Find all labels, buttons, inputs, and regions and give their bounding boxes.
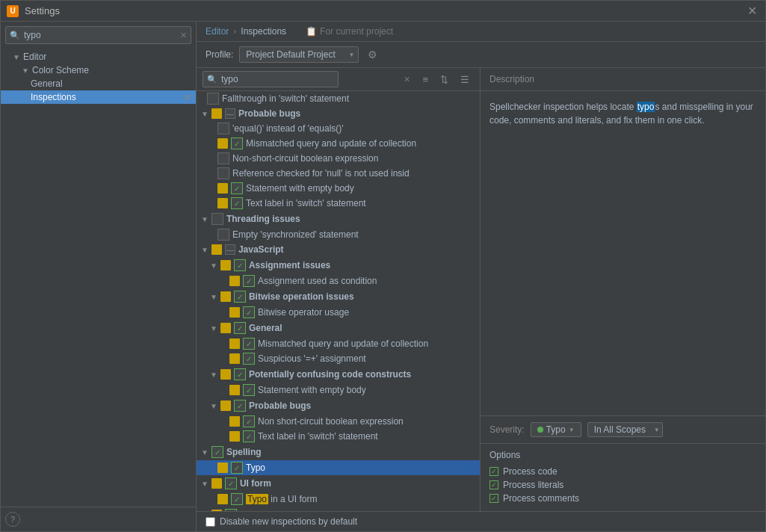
inspection-group-general-js[interactable]: ▼ ✓ General	[197, 320, 480, 336]
list-item[interactable]: ✓ Mismatched query and update of collect…	[197, 136, 480, 151]
sidebar-search-input[interactable]: typo	[5, 26, 191, 44]
inspection-group-bitwise[interactable]: ▼ ✓ Bitwise operation issues	[197, 288, 480, 305]
copy-icon: ⧉	[185, 93, 190, 102]
severity-badge[interactable]: Typo ▼	[531, 422, 581, 437]
list-item[interactable]: Empty 'synchronized' statement	[197, 227, 480, 242]
checkbox-icon	[217, 229, 229, 241]
gear-button[interactable]: ⚙	[365, 47, 380, 62]
arrow-icon: ▼	[210, 293, 217, 301]
item-name: Typo	[246, 463, 475, 473]
severity-icon	[211, 244, 222, 255]
filter-button[interactable]: ≡	[418, 72, 433, 87]
option-label: Process code	[503, 466, 557, 477]
inspection-group-threading[interactable]: ▼ Threading issues	[197, 211, 480, 227]
severity-icon	[229, 416, 240, 427]
severity-icon	[229, 353, 240, 364]
inspection-group-confusing[interactable]: ▼ ✓ Potentially confusing code construct…	[197, 366, 480, 383]
group-name: Probable bugs	[238, 108, 300, 119]
breadcrumb-current: Inspections	[241, 26, 286, 37]
inspection-group-ui-form[interactable]: ▼ ✓ UI form	[197, 475, 480, 492]
disable-inspections-checkbox[interactable]	[206, 517, 215, 527]
checkbox-icon: ✓	[243, 275, 255, 287]
inspection-list-panel: 🔍 ✕ ≡ ⇅ ☰ Fallthrough in 'switch' statem…	[197, 68, 481, 511]
list-toolbar: 🔍 ✕ ≡ ⇅ ☰	[197, 68, 480, 91]
sidebar-item-inspections[interactable]: Inspections ⧉	[1, 90, 196, 104]
sidebar-item-editor[interactable]: ▼ Editor	[1, 50, 196, 64]
inspection-group-probable-bugs[interactable]: ▼ — Probable bugs	[197, 106, 480, 121]
list-item[interactable]: ✓ Text label in 'switch' statement	[197, 429, 480, 444]
inspection-group-assignment[interactable]: ▼ ✓ Assignment issues	[197, 257, 480, 273]
chevron-down-icon: ▼	[569, 427, 575, 433]
inspections-body: 🔍 ✕ ≡ ⇅ ☰ Fallthrough in 'switch' statem…	[197, 68, 765, 511]
severity-icon	[220, 369, 231, 380]
group-name: Probable bugs	[249, 400, 311, 411]
profile-select-wrap: Project Default Project	[239, 46, 359, 63]
list-item[interactable]: ✓ Bitwise operator usage	[197, 305, 480, 320]
list-item[interactable]: Fallthrough in 'switch' statement	[197, 91, 480, 106]
checkbox-icon: ✓	[243, 338, 255, 350]
list-item[interactable]: ✓ Non short-circuit boolean expression	[197, 414, 480, 429]
help-button[interactable]: ?	[5, 512, 20, 527]
checkbox-icon: ✓	[231, 493, 243, 505]
sort-button[interactable]: ⇅	[436, 72, 453, 87]
checkbox-icon: ✓	[231, 182, 243, 194]
search-icon: 🔍	[10, 31, 20, 40]
option-check-icon[interactable]: ✓	[489, 467, 498, 476]
breadcrumb: Editor › Inspections 📋 For current proje…	[197, 22, 765, 42]
list-search-input[interactable]	[203, 71, 339, 87]
list-item[interactable]: Reference checked for 'null' is not used…	[197, 166, 480, 181]
close-button[interactable]: ✕	[744, 4, 759, 19]
list-item[interactable]: ✓ Statement with empty body	[197, 181, 480, 196]
option-check-icon[interactable]: ✓	[489, 480, 498, 489]
list-item-typo[interactable]: ✓ Typo	[197, 460, 480, 475]
scope-select[interactable]: In All Scopes	[587, 422, 663, 437]
checkbox-icon: ✓	[234, 291, 246, 303]
checkbox-icon	[217, 167, 229, 179]
severity-icon	[217, 138, 228, 149]
list-item[interactable]: Non-short-circuit boolean expression	[197, 151, 480, 166]
clear-icon[interactable]: ✕	[180, 31, 187, 40]
group-name: Threading issues	[226, 214, 300, 224]
severity-icon	[229, 338, 240, 349]
main-content: 🔍 typo ✕ ▼ Editor ▼ Color Scheme General…	[1, 22, 765, 531]
disable-inspections-label: Disable new inspections by default	[220, 516, 357, 527]
inspection-group-probable-js[interactable]: ▼ ✓ Probable bugs	[197, 398, 480, 414]
severity-icon	[229, 276, 240, 286]
severity-icon	[211, 108, 222, 119]
clear-search-icon[interactable]: ✕	[404, 75, 410, 84]
list-item[interactable]: 'equal()' instead of 'equals()'	[197, 121, 480, 136]
window-title: Settings	[25, 5, 744, 16]
checkbox-icon	[217, 123, 229, 134]
list-item[interactable]: ✓ Text label in 'switch' statement	[197, 196, 480, 211]
app-icon: U	[7, 5, 19, 17]
item-name: Assignment used as condition	[258, 276, 475, 286]
checkbox-icon	[207, 93, 219, 105]
group-name: Spelling	[226, 447, 262, 457]
list-item[interactable]: ✓ Statement with empty body	[197, 383, 480, 398]
description-body: Spellchecker inspection helps locate typ…	[481, 91, 765, 136]
sidebar: 🔍 typo ✕ ▼ Editor ▼ Color Scheme General…	[1, 22, 197, 531]
list-item[interactable]: ✓ Mismatched query and update of collect…	[197, 336, 480, 351]
minus-icon: —	[225, 244, 235, 255]
group-button[interactable]: ☰	[456, 72, 474, 87]
breadcrumb-parent[interactable]: Editor	[206, 26, 229, 37]
profile-select[interactable]: Project Default Project	[239, 46, 359, 63]
disable-inspections-check: Disable new inspections by default	[206, 516, 357, 527]
inspection-group-javascript[interactable]: ▼ — JavaScript	[197, 242, 480, 257]
sidebar-item-color-scheme[interactable]: ▼ Color Scheme	[1, 64, 196, 77]
list-search-wrap: 🔍 ✕	[203, 71, 415, 87]
list-item[interactable]: ✓ Suspicious '=+' assignment	[197, 351, 480, 366]
list-item[interactable]: ✓ Assignment used as condition	[197, 273, 480, 288]
inspection-group-spelling[interactable]: ▼ ✓ Spelling	[197, 444, 480, 460]
sidebar-item-general[interactable]: General	[1, 77, 196, 90]
item-name: 'equal()' instead of 'equals()'	[232, 123, 475, 134]
option-check-icon[interactable]: ✓	[489, 494, 498, 503]
list-item[interactable]: ✓ Typo in a UI form	[197, 492, 480, 507]
desc-spacer	[481, 136, 765, 415]
arrow-icon: ▼	[210, 371, 217, 379]
group-name: Assignment issues	[249, 260, 330, 270]
checkbox-icon: ✓	[243, 306, 255, 318]
description-title: Description	[481, 68, 765, 91]
checkbox-icon	[211, 213, 223, 225]
desc-highlight: typo	[637, 102, 655, 112]
